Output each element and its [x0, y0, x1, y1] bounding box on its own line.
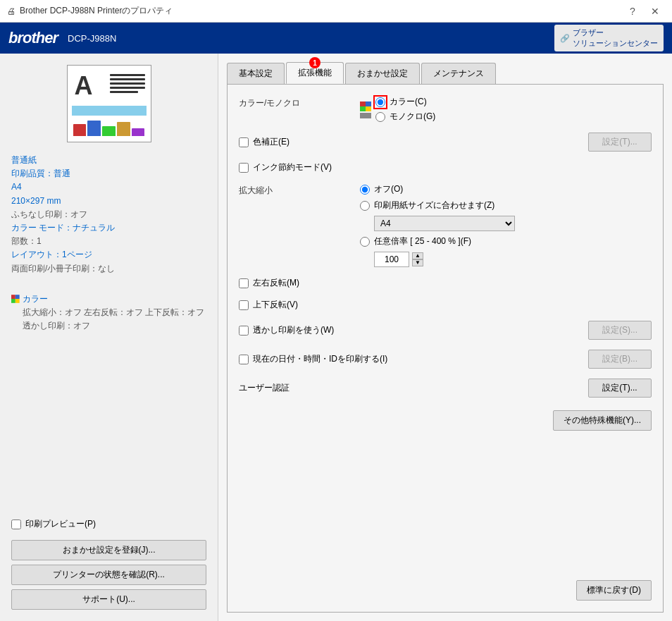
scale-spinner: ▲ ▼ [412, 252, 423, 266]
color-squares-icon [360, 102, 371, 111]
solution-label: ブラザーソリューションセンター [573, 27, 658, 49]
preview-letter: A [75, 71, 93, 101]
mono-radio[interactable] [375, 112, 385, 122]
flip-lr-checkbox[interactable] [239, 278, 249, 288]
window-title: Brother DCP-J988N Printerのプロパティ [20, 5, 173, 17]
color-radio[interactable] [375, 97, 385, 107]
scale-label: 拡大縮小 [239, 183, 351, 197]
scale-paper-select[interactable]: A4 [374, 216, 515, 231]
watermark-setting-btn[interactable]: 設定(S)... [588, 321, 652, 340]
ink-save-row: インク節約モード(V) [239, 161, 652, 173]
solution-center-button[interactable]: 🔗 ブラザーソリューションセンター [554, 25, 664, 51]
preview-image: A [67, 65, 151, 142]
scale-options: オフ(O) 印刷用紙サイズに合わせます(Z) A4 任意倍率 [ 25 - 40… [360, 183, 515, 267]
watermark-label: 透かし印刷を使う(W) [253, 324, 334, 336]
close-button[interactable]: ✕ [645, 3, 665, 20]
mono-radio-row: モノクロ(G) [375, 111, 435, 123]
color-mono-row: カラー/モノクロ [239, 96, 652, 123]
help-button[interactable]: ? [623, 3, 642, 20]
color-correction-label: 色補正(E) [253, 136, 290, 148]
user-auth-label: ユーザー認証 [239, 382, 290, 394]
datetime-row: 現在の日付・時間・IDを印刷する(I) 設定(B)... [239, 350, 652, 369]
other-features-btn[interactable]: その他特殊機能(Y)... [553, 410, 652, 431]
watermark-checkbox[interactable] [239, 326, 249, 336]
print-quality-link[interactable]: 印刷品質：普通 [11, 167, 206, 180]
scale-down-btn[interactable]: ▼ [412, 259, 423, 266]
mono-square-icon [360, 113, 371, 118]
print-preview-checkbox[interactable] [11, 519, 21, 529]
user-auth-row: ユーザー認証 設定(T)... [239, 379, 652, 398]
main-content: A [0, 54, 672, 621]
svg-rect-2 [11, 299, 15, 303]
scale-custom-radio[interactable] [360, 237, 370, 247]
check-status-button[interactable]: プリンターの状態を確認(R)... [11, 565, 206, 585]
tab-basic-label: 基本設定 [239, 68, 273, 78]
svg-rect-3 [15, 299, 20, 303]
color-label-link[interactable]: カラー [23, 293, 206, 306]
color-correction-checkbox[interactable] [239, 137, 249, 147]
header-bar: brother DCP-J988N 🔗 ブラザーソリューションセンター [0, 23, 672, 54]
flip-ud-checkbox[interactable] [239, 300, 249, 310]
right-panel: 基本設定 1 拡張機能 おまかせ設定 メンテナンス カラー/モノクロ [218, 54, 672, 621]
datetime-setting-btn[interactable]: 設定(B)... [588, 350, 652, 369]
left-panel: A [0, 54, 218, 621]
flip-lr-row: 左右反転(M) [239, 277, 652, 289]
flip-ud-label: 上下反転(V) [253, 299, 298, 311]
dimensions-link[interactable]: 210×297 mm [11, 195, 206, 208]
color-correction-row: 色補正(E) 設定(T)... [239, 133, 652, 152]
tab-auto-label: おまかせ設定 [357, 68, 408, 78]
scale-fit-row: 印刷用紙サイズに合わせます(Z) [360, 199, 515, 211]
svg-rect-1 [15, 295, 20, 299]
tab-advanced[interactable]: 1 拡張機能 [286, 62, 344, 84]
paper-type-link[interactable]: 普通紙 [11, 154, 206, 167]
preview-chart [73, 116, 145, 136]
color-mode-link[interactable]: カラー モード：ナチュラル [11, 221, 206, 235]
svg-rect-5 [366, 102, 371, 106]
datetime-checkbox[interactable] [239, 355, 249, 364]
tab-auto[interactable]: おまかせ設定 [345, 63, 420, 84]
color-correction-setting-btn[interactable]: 設定(T)... [588, 133, 652, 152]
solution-icon: 🔗 [560, 34, 570, 43]
bottom-section: 印刷プレビュー(P) おまかせ設定を登録(J)... プリンターの状態を確認(R… [11, 518, 206, 610]
tab-content: カラー/モノクロ [227, 84, 664, 613]
support-button[interactable]: サポート(U)... [11, 589, 206, 610]
scale-custom-row: 任意倍率 [ 25 - 400 % ](F) [360, 235, 515, 247]
duplex-text: 両面印刷/小冊子印刷：なし [11, 264, 115, 273]
scale-section: 拡大縮小 オフ(O) 印刷用紙サイズに合わせます(Z) A4 [239, 183, 652, 267]
scale-up-btn[interactable]: ▲ [412, 252, 423, 259]
copies-text: 部数：1 [11, 236, 42, 246]
bottom-right-btns: 標準に戻す(D) [239, 580, 652, 601]
printer-icon: 🖨 [7, 6, 15, 16]
color-option-label: カラー(C) [390, 96, 427, 108]
svg-rect-7 [366, 106, 371, 111]
user-auth-setting-btn[interactable]: 設定(T)... [588, 379, 652, 398]
info-section: 普通紙 印刷品質：普通 A4 210×297 mm ふちなし印刷：オフ カラー … [11, 154, 206, 276]
ink-save-label: インク節約モード(V) [253, 161, 332, 173]
tab-maintenance[interactable]: メンテナンス [421, 63, 496, 84]
print-preview-label: 印刷プレビュー(P) [25, 518, 96, 530]
scale-fit-radio[interactable] [360, 201, 370, 211]
watermark-info: 透かし印刷：オフ [23, 321, 90, 331]
tabs-container: 基本設定 1 拡張機能 おまかせ設定 メンテナンス [227, 62, 664, 84]
scale-fit-label: 印刷用紙サイズに合わせます(Z) [374, 199, 494, 211]
scale-number-input[interactable] [374, 252, 409, 267]
model-name: DCP-J988N [68, 33, 116, 44]
mono-option-label: モノクロ(G) [390, 111, 435, 123]
watermark-row: 透かし印刷を使う(W) 設定(S)... [239, 321, 652, 340]
print-preview-row: 印刷プレビュー(P) [11, 518, 206, 530]
save-settings-button[interactable]: おまかせ設定を登録(J)... [11, 540, 206, 560]
layout-link[interactable]: レイアウト：1ページ [11, 248, 206, 262]
scale-off-radio[interactable] [360, 185, 370, 195]
reset-btn[interactable]: 標準に戻す(D) [576, 580, 652, 601]
preview-area: A [11, 65, 206, 142]
flip-ud-info: 上下反転：オフ [145, 307, 204, 317]
color-radio-row: カラー(C) [375, 96, 435, 108]
tab-basic[interactable]: 基本設定 [227, 63, 285, 84]
paper-size-link[interactable]: A4 [11, 180, 206, 194]
tab-maintenance-label: メンテナンス [433, 68, 484, 78]
svg-rect-8 [360, 113, 371, 118]
color-icons-stack [360, 100, 371, 118]
ink-save-checkbox[interactable] [239, 163, 249, 173]
flip-lr-info: 左右反転：オフ [84, 307, 143, 317]
other-features-container: その他特殊機能(Y)... [239, 407, 652, 431]
